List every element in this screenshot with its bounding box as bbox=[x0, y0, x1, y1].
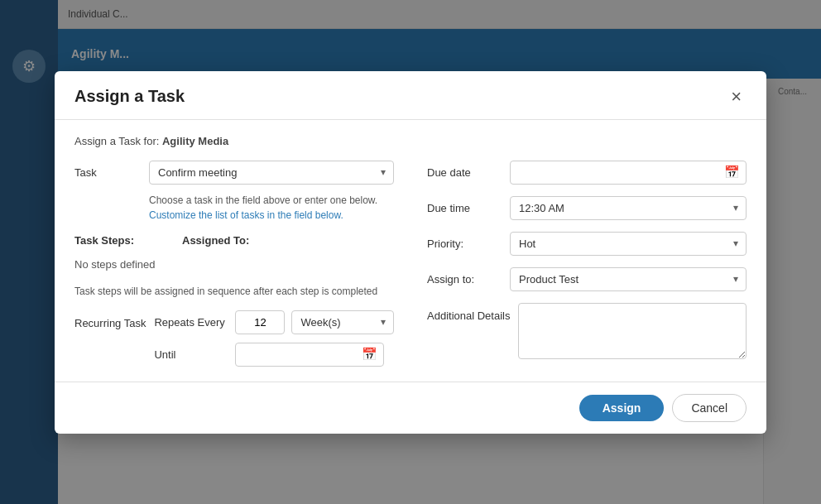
assigned-to-label: Assigned To: bbox=[182, 234, 249, 247]
task-select-wrapper[interactable]: Confirm meeting bbox=[149, 161, 394, 185]
until-row: Until 📅 bbox=[154, 343, 394, 367]
modal-overlay: Assign a Task × Assign a Task for: Agili… bbox=[0, 0, 821, 504]
cancel-button[interactable]: Cancel bbox=[672, 394, 747, 422]
priority-select[interactable]: Hot Warm Cold bbox=[510, 232, 747, 256]
left-column: Task Confirm meeting Choose a task in th… bbox=[74, 161, 394, 367]
due-time-row: Due time 12:30 AM bbox=[427, 196, 747, 220]
subtitle-prefix: Assign a Task for: bbox=[74, 135, 162, 147]
repeats-every-input[interactable] bbox=[235, 310, 285, 334]
repeats-row: Repeats Every Week(s) Day(s) Month(s) Ye… bbox=[154, 310, 394, 334]
until-calendar-icon[interactable]: 📅 bbox=[362, 347, 377, 362]
until-date-wrapper: 📅 bbox=[235, 343, 384, 367]
due-time-label: Due time bbox=[427, 196, 502, 214]
interval-select[interactable]: Week(s) Day(s) Month(s) Year(s) bbox=[291, 310, 394, 334]
helper-link[interactable]: Customize the list of tasks in the field… bbox=[149, 209, 343, 221]
repeats-every-label: Repeats Every bbox=[154, 316, 228, 329]
additional-details-label: Additional Details bbox=[427, 303, 510, 322]
until-label: Until bbox=[154, 348, 228, 361]
subtitle-company: Agility Media bbox=[162, 135, 228, 147]
recurring-fields: Repeats Every Week(s) Day(s) Month(s) Ye… bbox=[154, 310, 394, 367]
additional-details-textarea[interactable] bbox=[518, 303, 747, 359]
modal-footer: Assign Cancel bbox=[55, 382, 766, 434]
due-time-select[interactable]: 12:30 AM bbox=[510, 196, 747, 220]
assign-to-select[interactable]: Product Test bbox=[510, 267, 747, 291]
task-select[interactable]: Confirm meeting bbox=[149, 161, 394, 185]
due-date-wrapper: 📅 bbox=[510, 161, 747, 185]
additional-details-row: Additional Details bbox=[427, 303, 747, 359]
modal-header: Assign a Task × bbox=[55, 71, 766, 120]
interval-select-wrapper[interactable]: Week(s) Day(s) Month(s) Year(s) bbox=[291, 310, 394, 334]
due-date-label: Due date bbox=[427, 161, 502, 179]
due-time-select-wrapper[interactable]: 12:30 AM bbox=[510, 196, 747, 220]
due-date-row: Due date 📅 bbox=[427, 161, 747, 185]
modal-subtitle: Assign a Task for: Agility Media bbox=[74, 135, 747, 147]
recurring-label: Recurring Task bbox=[74, 310, 146, 331]
close-button[interactable]: × bbox=[726, 86, 747, 108]
assign-to-select-wrapper[interactable]: Product Test bbox=[510, 267, 747, 291]
right-column: Due date 📅 Due time 12:30 AM bbox=[427, 161, 747, 367]
recurring-section: Recurring Task Repeats Every Week(s) Day… bbox=[74, 310, 394, 367]
task-label: Task bbox=[74, 161, 141, 179]
task-steps-label: Task Steps: bbox=[74, 234, 174, 247]
priority-select-wrapper[interactable]: Hot Warm Cold bbox=[510, 232, 747, 256]
assign-to-label: Assign to: bbox=[427, 267, 502, 286]
due-date-calendar-icon[interactable]: 📅 bbox=[724, 165, 740, 180]
modal-title: Assign a Task bbox=[74, 87, 185, 106]
helper-text-block: Choose a task in the field above or ente… bbox=[74, 193, 394, 223]
steps-note-text: Task steps will be assigned in sequence … bbox=[74, 284, 394, 299]
priority-row: Priority: Hot Warm Cold bbox=[427, 232, 747, 256]
modal-body: Assign a Task for: Agility Media Task Co… bbox=[55, 120, 766, 382]
priority-label: Priority: bbox=[427, 232, 502, 250]
assign-button[interactable]: Assign bbox=[579, 395, 665, 421]
assign-to-row: Assign to: Product Test bbox=[427, 267, 747, 291]
no-steps-text: No steps defined bbox=[74, 258, 394, 271]
helper-line1: Choose a task in the field above or ente… bbox=[149, 193, 394, 208]
steps-header: Task Steps: Assigned To: bbox=[74, 234, 394, 247]
assign-task-modal: Assign a Task × Assign a Task for: Agili… bbox=[55, 71, 766, 434]
form-grid: Task Confirm meeting Choose a task in th… bbox=[74, 161, 747, 367]
due-date-input[interactable] bbox=[510, 161, 747, 185]
task-row: Task Confirm meeting bbox=[74, 161, 394, 185]
